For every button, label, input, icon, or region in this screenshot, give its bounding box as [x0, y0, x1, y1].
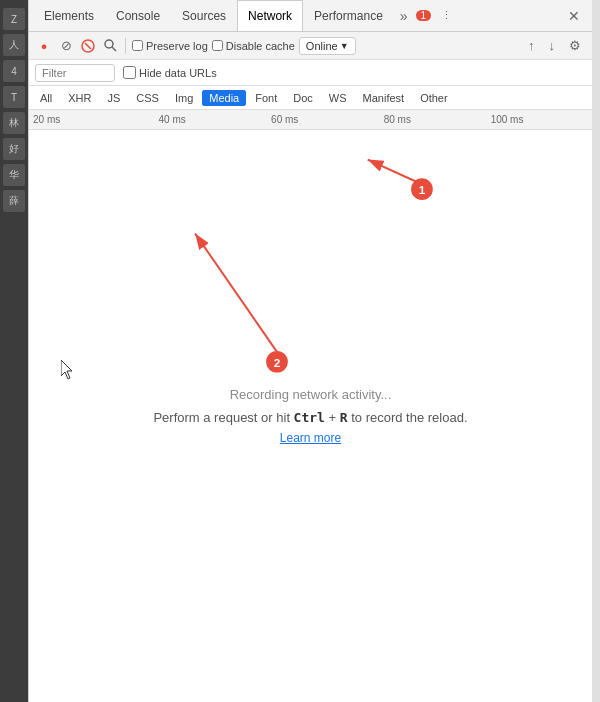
sidebar-icon-6: 好 — [3, 138, 25, 160]
svg-point-2 — [105, 40, 113, 48]
type-filter-font[interactable]: Font — [248, 90, 284, 106]
stop-button[interactable]: ⊘ — [57, 37, 75, 55]
svg-line-6 — [368, 160, 422, 185]
main-content: Recording network activity... Perform a … — [29, 130, 592, 702]
devtools-menu-button[interactable]: ⋮ — [437, 5, 456, 26]
record-button[interactable]: ● — [35, 37, 53, 55]
network-toolbar: ● ⊘ Preserve log Disable cache Online ▼ — [29, 32, 592, 60]
tab-badge: 1 — [416, 10, 432, 21]
left-sidebar: Z 人 4 T 林 好 华 薛 — [0, 0, 28, 702]
download-button[interactable]: ↓ — [544, 36, 561, 55]
type-filter-manifest[interactable]: Manifest — [356, 90, 412, 106]
r-key: R — [340, 410, 348, 425]
ctrl-key: Ctrl — [294, 410, 325, 425]
settings-button[interactable]: ⚙ — [564, 36, 586, 55]
disable-cache-label[interactable]: Disable cache — [212, 40, 295, 52]
sidebar-icon-4: T — [3, 86, 25, 108]
preserve-log-label[interactable]: Preserve log — [132, 40, 208, 52]
tab-console[interactable]: Console — [105, 0, 171, 31]
type-filter-row: All XHR JS CSS Img Media Font Doc WS Man… — [29, 86, 592, 110]
right-sidebar — [592, 0, 600, 702]
sidebar-icon-5: 林 — [3, 112, 25, 134]
sidebar-icon-1: Z — [3, 8, 25, 30]
svg-marker-4 — [61, 360, 72, 379]
perform-text: Perform a request or hit Ctrl + R to rec… — [153, 410, 467, 425]
devtools-panel: Elements Console Sources Network Perform… — [28, 0, 592, 702]
upload-button[interactable]: ↑ — [523, 36, 540, 55]
toolbar-separator-1 — [125, 38, 126, 54]
sidebar-icon-7: 华 — [3, 164, 25, 186]
timeline-mark-80ms: 80 ms — [384, 114, 411, 125]
devtools-tab-bar: Elements Console Sources Network Perform… — [29, 0, 592, 32]
tab-elements[interactable]: Elements — [33, 0, 105, 31]
svg-line-1 — [85, 43, 91, 49]
sidebar-icon-2: 人 — [3, 34, 25, 56]
svg-line-3 — [112, 47, 116, 51]
timeline-mark-60ms: 60 ms — [271, 114, 298, 125]
type-filter-css[interactable]: CSS — [129, 90, 166, 106]
type-filter-js[interactable]: JS — [100, 90, 127, 106]
search-icon — [104, 39, 117, 52]
mouse-cursor — [61, 360, 77, 383]
type-filter-all[interactable]: All — [33, 90, 59, 106]
type-filter-media[interactable]: Media — [202, 90, 246, 106]
dropdown-arrow-icon: ▼ — [340, 41, 349, 51]
tab-network[interactable]: Network — [237, 0, 303, 31]
type-filter-doc[interactable]: Doc — [286, 90, 320, 106]
learn-more-link[interactable]: Learn more — [280, 431, 341, 445]
sidebar-icon-8: 薛 — [3, 190, 25, 212]
type-filter-xhr[interactable]: XHR — [61, 90, 98, 106]
timeline-mark-40ms: 40 ms — [158, 114, 185, 125]
timeline-header: 20 ms 40 ms 60 ms 80 ms 100 ms — [29, 110, 592, 130]
type-filter-ws[interactable]: WS — [322, 90, 354, 106]
tab-sources[interactable]: Sources — [171, 0, 237, 31]
recording-text: Recording network activity... — [230, 387, 392, 402]
hide-data-urls-label[interactable]: Hide data URLs — [123, 66, 217, 79]
svg-line-7 — [195, 234, 277, 352]
timeline-mark-20ms: 20 ms — [33, 114, 60, 125]
clear-button[interactable] — [79, 37, 97, 55]
type-filter-other[interactable]: Other — [413, 90, 455, 106]
annotation-circle-1 — [411, 178, 433, 200]
timeline-markers: 20 ms 40 ms 60 ms 80 ms 100 ms — [29, 110, 592, 130]
svg-text:1: 1 — [419, 183, 426, 197]
preserve-log-checkbox[interactable] — [132, 40, 143, 51]
type-filter-img[interactable]: Img — [168, 90, 200, 106]
sidebar-icon-3: 4 — [3, 60, 25, 82]
hide-data-urls-checkbox[interactable] — [123, 66, 136, 79]
tab-more-button[interactable]: » — [394, 4, 414, 28]
annotation-circle-2 — [266, 351, 288, 373]
filter-input[interactable] — [35, 64, 115, 82]
filter-row: Hide data URLs — [29, 60, 592, 86]
search-button[interactable] — [101, 37, 119, 55]
svg-text:2: 2 — [274, 356, 281, 370]
devtools-close-button[interactable]: ✕ — [560, 4, 588, 28]
network-throttle-dropdown[interactable]: Online ▼ — [299, 37, 356, 55]
clear-icon — [81, 39, 95, 53]
timeline-mark-100ms: 100 ms — [491, 114, 524, 125]
tab-performance[interactable]: Performance — [303, 0, 394, 31]
disable-cache-checkbox[interactable] — [212, 40, 223, 51]
